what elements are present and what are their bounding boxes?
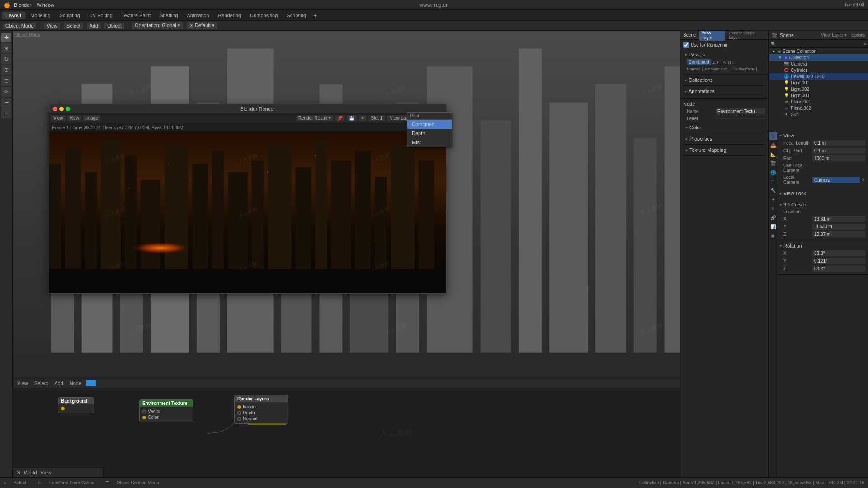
view-lock-header[interactable]: ▸ View Lock (780, 190, 865, 197)
ne-node[interactable]: Node (68, 380, 83, 386)
mist-toggle[interactable]: □ (732, 60, 735, 65)
render-props-icon[interactable]: 🎥 (769, 132, 777, 140)
render-image-menu[interactable]: Image (83, 115, 100, 121)
node-props-header[interactable]: ▸ Properties (686, 135, 763, 142)
ne-view[interactable]: View (15, 380, 30, 386)
tab-layout[interactable]: Layout (2, 12, 26, 19)
render-window[interactable]: Blender Render View View Image Render Re… (49, 104, 447, 294)
view-layer-props-icon[interactable]: 📐 (769, 150, 777, 158)
dropdown-mist[interactable]: Mist (407, 138, 452, 147)
cursor-z-value[interactable]: 10.37 m (812, 231, 865, 237)
render-save[interactable]: 💾 (347, 115, 357, 121)
outliner-light002[interactable]: 💡 Light.002 (769, 86, 868, 92)
outliner-light003[interactable]: 💡 Light.003 (769, 92, 868, 99)
dropdown-depth[interactable]: Depth (407, 129, 452, 138)
ne-world[interactable]: 🌐 (86, 380, 96, 386)
camera-close-icon[interactable]: ✕ (862, 178, 865, 182)
view-layer-tab[interactable]: View Layer (699, 31, 725, 41)
node-texture-header[interactable]: ▸ Texture Mapping (686, 146, 763, 154)
scale-tool[interactable]: ⊞ (1, 65, 11, 75)
cursor-tool[interactable]: ✛ (1, 33, 11, 42)
tab-rendering[interactable]: Rendering (213, 12, 245, 19)
combined-pass-btn[interactable]: Combined (687, 59, 711, 65)
add-workspace-button[interactable]: + (311, 12, 320, 19)
ne-select[interactable]: Select (33, 380, 50, 386)
node-color-header[interactable]: ▾ Color (686, 124, 763, 131)
node-background[interactable]: Background (58, 397, 94, 413)
object-data-props-icon[interactable]: 📊 (769, 222, 777, 230)
maximize-button[interactable] (66, 107, 70, 111)
camera-prop-value[interactable]: Camera (812, 177, 860, 183)
cursor-y-value[interactable]: -8.533 m (812, 224, 865, 230)
tab-compositing[interactable]: Compositing (245, 12, 282, 19)
output-props-icon[interactable]: 📤 (769, 141, 777, 149)
node-canvas[interactable]: Environment Texture Vector Color Render … (13, 388, 779, 477)
render-close[interactable]: ✕ (359, 115, 367, 121)
tab-uv-editing[interactable]: UV Editing (85, 12, 117, 19)
object-mode-selector[interactable]: Object Mode (3, 23, 36, 29)
focal-length-value[interactable]: 0.1 m (812, 140, 865, 146)
outliner-camera[interactable]: 📷 Camera (769, 61, 868, 67)
object-props-icon[interactable]: □ (769, 177, 777, 185)
cursor-header[interactable]: ▾ 3D Cursor (780, 201, 865, 208)
outliner-light001[interactable]: 💡 Light.001 (769, 80, 868, 86)
outliner-filter[interactable]: 🔍 (771, 42, 776, 46)
add-button[interactable]: Add (87, 23, 101, 29)
annotate-tool[interactable]: ✏ (1, 87, 11, 97)
node-label-value[interactable] (716, 118, 765, 119)
tab-scripting[interactable]: Scripting (282, 12, 311, 19)
z-pass[interactable]: Z ▾ (713, 60, 719, 65)
outliner-collection[interactable]: ▾ ■ Collection (769, 54, 868, 61)
outliner-cylinder[interactable]: ⭕ Cylinder (769, 67, 868, 73)
world-btn[interactable]: World (24, 470, 37, 475)
outliner-options[interactable]: ≡ (864, 42, 866, 46)
render-single-layer[interactable]: Render Single Layer (729, 31, 765, 40)
subsurface-pass[interactable]: Subsurface (734, 67, 755, 71)
render-result-selector[interactable]: Render Result ▾ (296, 115, 333, 121)
material-props-icon[interactable]: ◉ (769, 231, 777, 239)
outliner-plane002[interactable]: ▱ Plane.002 (769, 105, 868, 111)
annotations-header[interactable]: ▸ Annotations (685, 88, 764, 95)
ambient-occ-pass[interactable]: Ambient Occ. (704, 67, 729, 71)
object-button[interactable]: Object (104, 23, 124, 29)
outliner-scene-collection[interactable]: ▸ ■ Scene Collection (769, 48, 868, 54)
tab-modeling[interactable]: Modeling (26, 12, 55, 19)
close-button[interactable] (53, 107, 57, 111)
scene-props-icon[interactable]: 🎬 (769, 159, 777, 167)
particle-props-icon[interactable]: ✦ (769, 195, 777, 203)
tab-sculpting[interactable]: Sculpting (55, 12, 85, 19)
rotation-z-value[interactable]: 58.2° (812, 266, 865, 272)
minimize-button[interactable] (59, 107, 64, 111)
dropdown-combined[interactable]: Combined (407, 120, 452, 129)
tab-texture-paint[interactable]: Texture Paint (117, 12, 155, 19)
mist-pass[interactable]: Mist (723, 60, 731, 65)
cursor-x-value[interactable]: 13.61 m (812, 216, 865, 222)
constraints-props-icon[interactable]: 🔗 (769, 213, 777, 221)
menu-blender[interactable]: Blender (14, 2, 31, 8)
outliner-plane001[interactable]: ▱ Plane.001 (769, 99, 868, 105)
outliner-sun[interactable]: ☀ Sun (769, 111, 868, 117)
view-btn[interactable]: View (41, 470, 52, 475)
add-tool[interactable]: + (1, 108, 11, 118)
tab-animation[interactable]: Animation (183, 12, 214, 19)
render-slot[interactable]: Slot 1 (368, 115, 386, 121)
menu-window[interactable]: Window (37, 2, 54, 8)
node-environment[interactable]: Environment Texture Vector Color (139, 399, 193, 422)
scene-tab[interactable]: Scene (683, 33, 696, 38)
orientation-selector[interactable]: Orientation: Global ▾ (132, 22, 183, 29)
use-for-rendering-checkbox[interactable] (683, 42, 689, 48)
rotation-x-value[interactable]: 68.3° (812, 250, 865, 256)
passes-header[interactable]: ▾ Passes (685, 51, 764, 58)
view-button[interactable]: View (44, 23, 60, 29)
view-panel-header[interactable]: ▾ View (780, 132, 865, 139)
rotation-y-value[interactable]: 0.121° (812, 258, 865, 264)
measure-tool[interactable]: ⊢ (1, 98, 11, 108)
rotate-tool[interactable]: ↻ (1, 54, 11, 64)
snap-selector[interactable]: ⊙ Default ▾ (187, 22, 217, 29)
world-props-icon[interactable]: 🌐 (769, 168, 777, 176)
normal-pass[interactable]: Normal (687, 67, 700, 71)
physics-props-icon[interactable]: ⚛ (769, 204, 777, 212)
clip-start-value[interactable]: 0.1 m (812, 148, 865, 154)
transform-tool[interactable]: ⊡ (1, 76, 11, 86)
render-dropdown-menu[interactable]: Post Combined Depth Mist (407, 112, 452, 147)
